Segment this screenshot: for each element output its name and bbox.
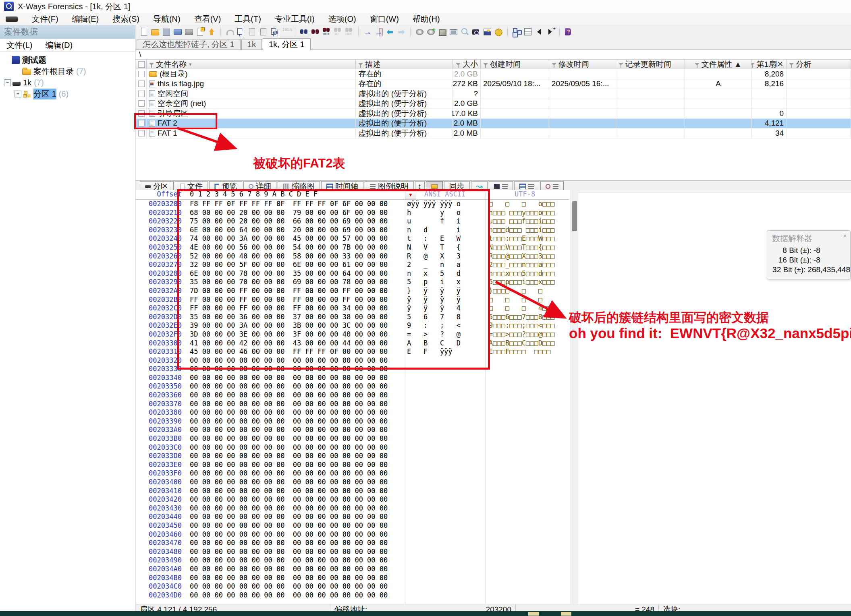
- go-to-block-icon[interactable]: →: [374, 27, 384, 37]
- filter-funnel-icon[interactable]: [456, 63, 461, 66]
- hex-row[interactable]: 002033F000 00 00 00 00 00 00 00 00 00 00…: [136, 469, 571, 478]
- sort-dropdown-icon[interactable]: ▾: [189, 61, 192, 67]
- tree-item-测试题[interactable]: 测试题: [0, 54, 135, 66]
- row-checkbox[interactable]: [138, 71, 145, 77]
- paste-into-icon[interactable]: [259, 27, 268, 37]
- column-header-3[interactable]: 大小: [452, 60, 481, 69]
- menu-item-3[interactable]: 搜索(S): [106, 13, 146, 25]
- hex-row[interactable]: 0020339000 00 00 00 00 00 00 00 00 00 00…: [136, 417, 571, 426]
- properties-icon[interactable]: [195, 27, 205, 37]
- undo-icon[interactable]: [225, 27, 235, 37]
- column-header-4[interactable]: 创建时间: [481, 60, 549, 69]
- hex-row[interactable]: 0020344000 00 00 00 00 00 00 00 00 00 00…: [136, 513, 571, 521]
- column-header-2[interactable]: 描述: [356, 60, 452, 69]
- hex-row[interactable]: 0020346000 00 00 00 00 00 00 00 00 00 00…: [136, 530, 571, 539]
- offset-column-header[interactable]: Offset: [136, 190, 182, 198]
- filter-funnel-icon[interactable]: [789, 63, 794, 66]
- menu-item-8[interactable]: 选项(O): [322, 13, 363, 25]
- forward-icon[interactable]: ➡: [396, 27, 406, 37]
- help-book-icon[interactable]: [564, 27, 573, 37]
- hex-row[interactable]: 002034B000 00 00 00 00 00 00 00 00 00 00…: [136, 574, 571, 583]
- hex-row[interactable]: 0020348000 00 00 00 00 00 00 00 00 00 00…: [136, 548, 571, 556]
- menu-item-7[interactable]: 专业工具(I): [268, 13, 322, 25]
- menu-item-1[interactable]: 文件(F): [25, 13, 65, 25]
- row-checkbox[interactable]: [138, 100, 145, 107]
- next-item-icon[interactable]: [546, 27, 555, 37]
- hex-row[interactable]: 0020342000 00 00 00 00 00 00 00 00 00 00…: [136, 495, 571, 504]
- menu-item-6[interactable]: 工具(T): [228, 13, 268, 25]
- tree-item-1k[interactable]: −1k(7): [0, 77, 135, 88]
- prev-item-icon[interactable]: [534, 27, 544, 37]
- tab-1k[interactable]: 1k: [241, 39, 262, 50]
- tree-item-分区 1[interactable]: +分区 1(6): [0, 88, 135, 99]
- filter-funnel-icon[interactable]: [483, 63, 488, 66]
- simultaneous-search-icon[interactable]: [311, 27, 320, 37]
- hex-row[interactable]: 002033C000 00 00 00 00 00 00 00 00 00 00…: [136, 443, 571, 452]
- hex-row[interactable]: 0020337000 00 00 00 00 00 00 00 00 00 00…: [136, 400, 571, 409]
- hex-row[interactable]: 0020341000 00 00 00 00 00 00 00 00 00 00…: [136, 487, 571, 496]
- table-row[interactable]: FAT 2虚拟出的 (便于分析)2.0 MB4,121: [136, 119, 851, 129]
- filter-funnel-icon[interactable]: [751, 63, 754, 66]
- hex-row[interactable]: 002034D000 00 00 00 00 00 00 00 00 00 00…: [136, 591, 571, 600]
- hex-row[interactable]: 002034A000 00 00 00 00 00 00 00 00 00 00…: [136, 565, 571, 574]
- copy-icon[interactable]: [236, 27, 246, 37]
- add-disk-icon[interactable]: [426, 27, 436, 37]
- hex-row[interactable]: 002033E000 00 00 00 00 00 00 00 00 00 00…: [136, 461, 571, 469]
- expand-icon[interactable]: +: [15, 91, 21, 97]
- row-checkbox[interactable]: [138, 130, 145, 136]
- hex-row[interactable]: 0020338000 00 00 00 00 00 00 00 00 00 00…: [136, 408, 571, 417]
- options-gear-icon[interactable]: [494, 27, 503, 37]
- menu-item-2[interactable]: 编辑(E): [65, 13, 106, 25]
- go-to-offset-icon[interactable]: →: [363, 27, 372, 37]
- collapse-icon[interactable]: −: [4, 79, 11, 86]
- column-header-9[interactable]: 分析: [787, 60, 851, 69]
- row-checkbox[interactable]: [138, 91, 145, 97]
- hex-row[interactable]: 002034C000 00 00 00 00 00 00 00 00 00 00…: [136, 582, 571, 591]
- table-row[interactable]: this is flag.jpg存在的272 KB2025/09/10 18:.…: [136, 79, 851, 89]
- ram-icon[interactable]: [437, 27, 447, 37]
- filter-funnel-icon[interactable]: [358, 63, 363, 66]
- menu-item-9[interactable]: 窗口(W): [363, 13, 406, 25]
- copy-hex-icon[interactable]: [270, 27, 280, 37]
- row-checkbox[interactable]: [138, 81, 145, 87]
- filter-funnel-icon[interactable]: [619, 63, 623, 66]
- print-icon[interactable]: [184, 27, 194, 37]
- binary-view-icon[interactable]: [281, 27, 291, 37]
- filter-funnel-icon[interactable]: [695, 63, 699, 66]
- table-row[interactable]: 空余空间 (net)虚拟出的 (便于分析)2.0 GB: [136, 99, 851, 109]
- new-file-icon[interactable]: [139, 27, 149, 37]
- hex-search-disabled-icon[interactable]: [345, 27, 354, 37]
- tab-1k, 分区 1[interactable]: 1k, 分区 1: [263, 38, 311, 50]
- directory-browser-icon[interactable]: [523, 27, 533, 37]
- hex-row[interactable]: 002033D000 00 00 00 00 00 00 00 00 00 00…: [136, 452, 571, 461]
- case-tree-icon[interactable]: [512, 27, 521, 37]
- case-menu-item-2[interactable]: 编辑(D): [39, 40, 79, 51]
- hex-row[interactable]: 0020347000 00 00 00 00 00 00 00 00 00 00…: [136, 539, 571, 548]
- hex-row[interactable]: 0020335000 00 00 00 00 00 00 00 00 00 00…: [136, 382, 571, 391]
- text-search-disabled-icon[interactable]: [333, 27, 343, 37]
- hex-row[interactable]: 0020336000 00 00 00 00 00 00 00 00 00 00…: [136, 391, 571, 400]
- menu-item-4[interactable]: 导航(N): [146, 13, 187, 25]
- table-row[interactable]: (根目录)存在的2.0 GB8,208: [136, 69, 851, 79]
- gallery-icon[interactable]: [482, 27, 492, 37]
- open-disk-icon[interactable]: [415, 27, 424, 37]
- system-menu-icon[interactable]: [6, 17, 18, 22]
- magnifier-icon[interactable]: [460, 27, 469, 37]
- hex-row[interactable]: 0020343000 00 00 00 00 00 00 00 00 00 00…: [136, 504, 571, 513]
- table-row[interactable]: FAT 1虚拟出的 (便于分析)2.0 MB34: [136, 128, 851, 138]
- calculator-icon[interactable]: [448, 27, 458, 37]
- menu-item-10[interactable]: 帮助(H): [406, 13, 447, 25]
- tab-怎么这也能掉链子, 分区 1[interactable]: 怎么这也能掉链子, 分区 1: [137, 39, 241, 50]
- case-menu-item-1[interactable]: 文件(L): [0, 40, 39, 51]
- search-icon[interactable]: [299, 27, 309, 37]
- back-icon[interactable]: ⬅: [385, 27, 395, 37]
- close-icon[interactable]: ×: [841, 232, 849, 240]
- column-header-1[interactable]: 文件名称▾: [147, 60, 356, 69]
- hex-scrollbar-thumb[interactable]: [572, 201, 577, 231]
- menu-item-5[interactable]: 查看(V): [187, 13, 228, 25]
- hex-row[interactable]: 002033A000 00 00 00 00 00 00 00 00 00 00…: [136, 426, 571, 434]
- hex-search-icon[interactable]: [322, 27, 332, 37]
- hex-row[interactable]: 0020345000 00 00 00 00 00 00 00 00 00 00…: [136, 521, 571, 530]
- open-folder-icon[interactable]: [150, 27, 160, 37]
- table-row[interactable]: 空闲空间虚拟出的 (便于分析)?: [136, 89, 851, 99]
